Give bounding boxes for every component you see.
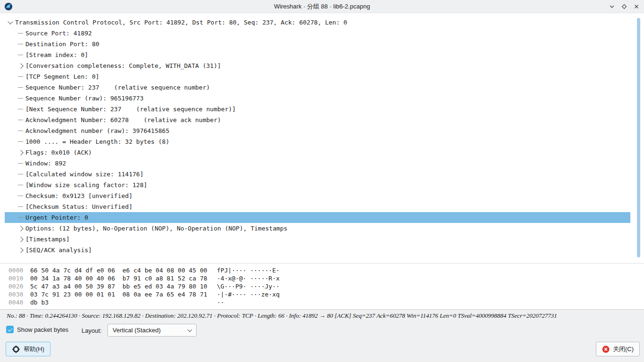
hex-offset: 0010 bbox=[8, 274, 30, 282]
tree-row[interactable]: [Timestamps] bbox=[5, 234, 630, 245]
tree-branch-dash bbox=[17, 136, 25, 147]
tree-row[interactable]: Urgent Pointer: 0 bbox=[5, 212, 630, 223]
tree-row[interactable]: Acknowledgment Number: 60278 (relative a… bbox=[5, 115, 630, 125]
chevron-right-icon[interactable] bbox=[17, 60, 25, 71]
tree-branch-dash bbox=[17, 82, 25, 93]
hex-offset: 0030 bbox=[8, 290, 30, 298]
tree-branch-dash bbox=[17, 212, 25, 223]
hex-row[interactable]: 000066 50 4a 7c d4 df e0 06 e6 c4 be 04 … bbox=[8, 266, 631, 274]
pane-separator bbox=[0, 263, 644, 263]
hex-offset: 0000 bbox=[8, 266, 30, 274]
tree-row[interactable]: 1000 .... = Header Length: 32 bytes (8) bbox=[5, 136, 630, 147]
hex-bytes: 00 34 1a 78 40 00 40 06 b7 91 c0 a8 81 5… bbox=[30, 274, 217, 282]
tree-row[interactable]: Window: 892 bbox=[5, 158, 630, 169]
tree-row[interactable]: Sequence Number: 237 (relative sequence … bbox=[5, 82, 630, 93]
scrollbar-thumb[interactable] bbox=[637, 18, 640, 257]
tree-item-label: Source Port: 41892 bbox=[25, 30, 92, 37]
show-packet-bytes-checkbox[interactable]: Show packet bytes bbox=[6, 326, 68, 333]
tree-row[interactable]: Options: (12 bytes), No-Operation (NOP),… bbox=[5, 223, 630, 234]
tree-item-label: [Stream index: 0] bbox=[25, 51, 88, 58]
help-button-label: 帮助(H) bbox=[24, 345, 44, 354]
tree-row[interactable]: [Next Sequence Number: 237 (relative seq… bbox=[5, 104, 630, 115]
tree-item-label: Urgent Pointer: 0 bbox=[25, 214, 88, 221]
help-button[interactable]: 帮助(H) bbox=[6, 342, 50, 356]
tree-branch-dash bbox=[17, 201, 25, 212]
tree-branch-dash bbox=[17, 125, 25, 136]
tree-row[interactable]: [SEQ/ACK analysis] bbox=[5, 245, 630, 255]
tree-item-label: [Checksum Status: Unverified] bbox=[25, 203, 132, 210]
tree-item-label: Transmission Control Protocol, Src Port:… bbox=[15, 19, 347, 26]
tree-item-label: [Window size scaling factor: 128] bbox=[25, 181, 147, 189]
hex-ascii: ·|·#···· ···ze·xq bbox=[217, 290, 631, 298]
tree-branch-dash bbox=[17, 169, 25, 180]
chevron-down-icon[interactable] bbox=[7, 17, 15, 28]
hex-bytes: db b3 bbox=[30, 298, 217, 306]
close-circle-icon bbox=[602, 346, 610, 353]
hex-bytes: 66 50 4a 7c d4 df e0 06 e6 c4 be 04 08 0… bbox=[30, 266, 217, 274]
tree-branch-dash bbox=[17, 115, 25, 125]
hex-row[interactable]: 001000 34 1a 78 40 00 40 06 b7 91 c0 a8 … bbox=[8, 274, 631, 282]
tree-row[interactable]: [TCP Segment Len: 0] bbox=[5, 71, 630, 82]
tree-row[interactable]: Destination Port: 80 bbox=[5, 39, 630, 49]
packet-bytes-pane[interactable]: 000066 50 4a 7c d4 df e0 06 e6 c4 be 04 … bbox=[8, 266, 631, 306]
tree-row[interactable]: Acknowledgment number (raw): 3976415865 bbox=[5, 125, 630, 136]
tree-branch-dash bbox=[17, 71, 25, 82]
tree-row[interactable]: Transmission Control Protocol, Src Port:… bbox=[5, 17, 630, 28]
chevron-right-icon[interactable] bbox=[17, 234, 25, 245]
tree-item-label: Flags: 0x010 (ACK) bbox=[25, 149, 92, 156]
chevron-down-icon bbox=[188, 328, 192, 332]
close-icon[interactable] bbox=[633, 3, 640, 10]
window-title: Wireshark · 分组 88 · lib6-2.pcapng bbox=[0, 0, 644, 13]
hex-row[interactable]: 0040db b3·· bbox=[8, 298, 631, 306]
tree-row[interactable]: Flags: 0x010 (ACK) bbox=[5, 147, 630, 158]
tree-item-label: Checksum: 0x9123 [unverified] bbox=[25, 192, 132, 199]
hex-bytes: 03 7c 91 23 00 00 01 01 08 0a ee 7a 65 e… bbox=[30, 290, 217, 298]
tree-item-label: [Timestamps] bbox=[25, 236, 70, 243]
tree-row[interactable]: [Checksum Status: Unverified] bbox=[5, 201, 630, 212]
tree-row[interactable]: [Window size scaling factor: 128] bbox=[5, 180, 630, 190]
minimize-icon[interactable] bbox=[608, 3, 616, 10]
tree-branch-dash bbox=[17, 104, 25, 115]
tree-item-label: [SEQ/ACK analysis] bbox=[25, 247, 92, 254]
chevron-right-icon[interactable] bbox=[17, 147, 25, 158]
tree-item-label: [Conversation completeness: Complete, WI… bbox=[25, 62, 221, 69]
tree-row[interactable]: [Calculated window size: 114176] bbox=[5, 169, 630, 180]
maximize-icon[interactable] bbox=[620, 3, 628, 10]
hex-offset: 0040 bbox=[8, 298, 30, 306]
tree-row[interactable]: Source Port: 41892 bbox=[5, 28, 630, 39]
tree-item-label: [Next Sequence Number: 237 (relative seq… bbox=[25, 106, 236, 113]
tree-branch-dash bbox=[17, 39, 25, 49]
tree-scrollbar[interactable] bbox=[636, 17, 642, 260]
layout-label: Layout: bbox=[82, 327, 102, 334]
tree-item-label: Window: 892 bbox=[25, 160, 66, 167]
titlebar[interactable]: Wireshark · 分组 88 · lib6-2.pcapng bbox=[0, 0, 644, 13]
hex-offset: 0020 bbox=[8, 282, 30, 290]
chevron-right-icon[interactable] bbox=[17, 245, 25, 255]
packet-summary-line: No.: 88 · Time: 0.244264130 · Source: 19… bbox=[7, 312, 638, 320]
chevron-right-icon[interactable] bbox=[17, 223, 25, 234]
packet-detail-tree[interactable]: Transmission Control Protocol, Src Port:… bbox=[5, 17, 630, 259]
hex-bytes: 5c 47 a3 a4 00 50 39 87 bb e5 ed 03 4a 7… bbox=[30, 282, 217, 290]
layout-select[interactable]: Vertical (Stacked) bbox=[107, 324, 197, 337]
tree-branch-dash bbox=[17, 93, 25, 104]
tree-row[interactable]: Sequence Number (raw): 965196773 bbox=[5, 93, 630, 104]
hex-row[interactable]: 00205c 47 a3 a4 00 50 39 87 bb e5 ed 03 … bbox=[8, 282, 631, 290]
window-controls bbox=[608, 0, 640, 13]
hex-ascii: ·4·x@·@· ·····R·x bbox=[217, 274, 631, 282]
checkbox-checked-icon[interactable] bbox=[6, 326, 14, 333]
tree-branch-dash bbox=[17, 190, 25, 201]
tree-row[interactable]: [Conversation completeness: Complete, WI… bbox=[5, 60, 630, 71]
tree-item-label: Acknowledgment number (raw): 3976415865 bbox=[25, 127, 169, 134]
tree-item-label: 1000 .... = Header Length: 32 bytes (8) bbox=[25, 138, 169, 145]
close-button[interactable]: 关闭(C) bbox=[596, 342, 640, 356]
layout-select-value: Vertical (Stacked) bbox=[113, 327, 161, 334]
hex-row[interactable]: 003003 7c 91 23 00 00 01 01 08 0a ee 7a … bbox=[8, 290, 631, 298]
tree-item-label: [Calculated window size: 114176] bbox=[25, 171, 143, 178]
tree-branch-dash bbox=[17, 180, 25, 190]
tree-row[interactable]: Checksum: 0x9123 [unverified] bbox=[5, 190, 630, 201]
tree-item-label: Sequence Number (raw): 965196773 bbox=[25, 95, 143, 102]
tree-row[interactable]: [Stream index: 0] bbox=[5, 49, 630, 60]
show-packet-bytes-label: Show packet bytes bbox=[17, 326, 68, 333]
hex-ascii: ·· bbox=[217, 298, 631, 306]
hex-ascii: \G···P9· ····Jy·· bbox=[217, 282, 631, 290]
